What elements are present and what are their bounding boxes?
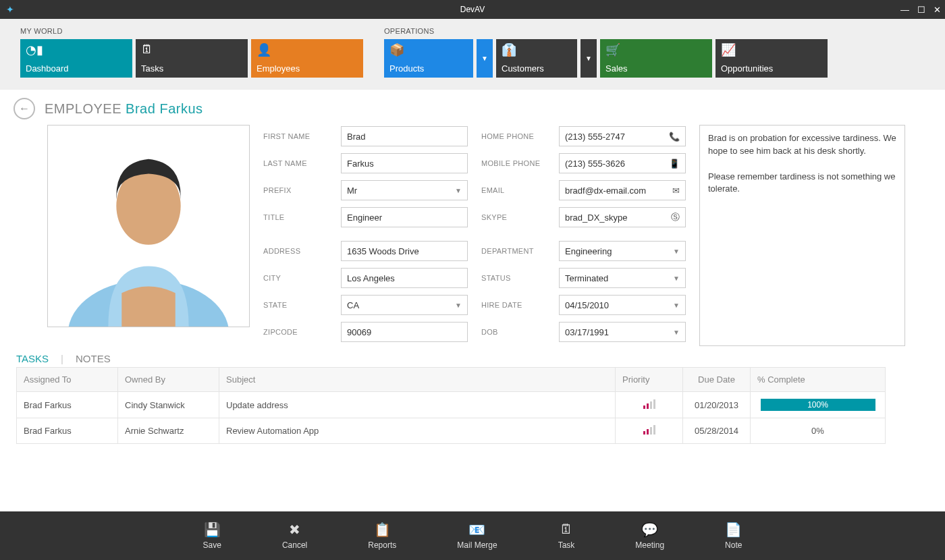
label-city: CITY [263,274,341,282]
tasks-grid: Assigned To Owned By Subject Priority Du… [16,367,886,444]
chevron-down-icon: ▼ [481,55,488,62]
tile-sales[interactable]: 🛒 Sales [600,39,712,78]
tile-opportunities[interactable]: 📈 Opportunities [716,39,828,78]
priority-icon [643,425,655,435]
cell-subject: Update address [219,392,616,418]
cell-priority [616,392,683,418]
chevron-down-icon: ▼ [673,302,680,309]
input-skype[interactable]: brad_DX_skypeⓈ [559,207,686,227]
input-city[interactable]: Los Angeles [341,268,468,288]
label-first-name: FIRST NAME [263,132,341,140]
save-icon: 💾 [204,522,221,536]
label-skype: SKYPE [481,213,559,221]
cell-assigned: Brad Farkus [17,392,118,418]
mobile-icon[interactable]: 📱 [669,159,680,169]
cell-complete: 100% [751,392,886,418]
cell-priority [616,418,683,444]
input-home-phone[interactable]: (213) 555-2747📞 [559,126,686,146]
label-title: TITLE [263,213,341,221]
tile-employees[interactable]: 👤 Employees [251,39,363,78]
content-area: ← EMPLOYEE Brad Farkus FIRST NAMEBrad LA… [0,90,945,451]
tile-dashboard[interactable]: ◔▮ Dashboard [20,39,132,78]
label-department: DEPARTMENT [481,247,559,255]
detail-tabs: TASKS | NOTES [16,353,925,364]
ribbon: MY WORLD ◔▮ Dashboard 🗓 Tasks 👤 Employee… [0,19,945,90]
employees-icon: 👤 [256,43,358,57]
app-logo-icon: ✦ [0,4,20,15]
table-row[interactable]: Brad FarkusArnie SchwartzReview Automati… [17,418,886,444]
tile-label: Employees [256,63,358,74]
cell-due: 05/28/2014 [683,418,751,444]
page-name-label: Brad Farkus [126,101,202,116]
input-zipcode[interactable]: 90069 [341,322,468,342]
input-address[interactable]: 1635 Woods Drive [341,241,468,261]
form-column-right: HOME PHONE(213) 555-2747📞 MOBILE PHONE(2… [481,125,686,346]
col-subject[interactable]: Subject [219,368,616,392]
task-button[interactable]: 🗓Task [558,522,575,550]
ribbon-group-label: MY WORLD [20,27,363,35]
cell-subject: Review Automation App [219,418,616,444]
date-hire-date[interactable]: 04/15/2010▼ [559,295,686,315]
chevron-down-icon: ▼ [673,275,680,282]
opportunities-icon: 📈 [721,43,822,57]
minimize-button[interactable]: — [900,5,909,15]
tile-products-dropdown[interactable]: ▼ [477,39,493,78]
col-complete[interactable]: % Complete [751,368,886,392]
select-state[interactable]: CA▼ [341,295,468,315]
phone-icon[interactable]: 📞 [669,132,680,142]
maximize-button[interactable]: ☐ [917,5,925,15]
select-department[interactable]: Engineering▼ [559,241,686,261]
tab-tasks[interactable]: TASKS [16,353,49,364]
input-mobile-phone[interactable]: (213) 555-3626📱 [559,153,686,173]
tile-customers[interactable]: 👔 Customers [496,39,577,78]
chevron-down-icon: ▼ [673,329,680,336]
products-icon: 📦 [389,43,468,57]
col-owned[interactable]: Owned By [118,368,219,392]
label-mobile-phone: MOBILE PHONE [481,159,559,167]
cancel-button[interactable]: ✖Cancel [282,522,307,550]
tile-tasks[interactable]: 🗓 Tasks [136,39,248,78]
date-dob[interactable]: 03/17/1991▼ [559,322,686,342]
close-button[interactable]: ✕ [934,5,941,15]
sales-icon: 🛒 [605,43,707,57]
input-last-name[interactable]: Farkus [341,153,468,173]
label-address: ADDRESS [263,247,341,255]
tile-label: Tasks [141,63,242,74]
tile-label: Products [389,63,468,74]
tasks-icon: 🗓 [141,43,242,57]
label-email: EMAIL [481,186,559,194]
meeting-button[interactable]: 💬Meeting [635,522,664,550]
tile-label: Dashboard [26,63,127,74]
input-title[interactable]: Engineer [341,207,468,227]
tab-notes[interactable]: NOTES [76,353,111,364]
mail-icon[interactable]: ✉ [672,186,680,196]
select-status[interactable]: Terminated▼ [559,268,686,288]
input-first-name[interactable]: Brad [341,126,468,146]
cell-due: 01/20/2013 [683,392,751,418]
label-hire-date: HIRE DATE [481,301,559,309]
notes-panel[interactable]: Brad is on probation for excessive tardi… [699,125,905,346]
input-email[interactable]: bradf@dx-email.com✉ [559,180,686,200]
reports-button[interactable]: 📋Reports [368,522,396,550]
table-row[interactable]: Brad FarkusCindy StanwickUpdate address0… [17,392,886,418]
note-icon: 📄 [725,522,742,536]
meeting-icon: 💬 [641,522,658,536]
chevron-down-icon: ▼ [455,302,462,309]
col-due[interactable]: Due Date [683,368,751,392]
save-button[interactable]: 💾Save [203,522,221,550]
col-priority[interactable]: Priority [616,368,683,392]
mail-merge-button[interactable]: 📧Mail Merge [457,522,497,550]
page-title: EMPLOYEE Brad Farkus [45,101,203,117]
reports-icon: 📋 [374,522,391,536]
progress-bar: 100% [761,399,875,411]
cell-owned: Cindy Stanwick [118,392,219,418]
footer-toolbar: 💾Save ✖Cancel 📋Reports 📧Mail Merge 🗓Task… [0,511,945,560]
select-prefix[interactable]: Mr▼ [341,180,468,200]
tile-products[interactable]: 📦 Products [384,39,473,78]
tile-customers-dropdown[interactable]: ▼ [580,39,597,78]
label-zipcode: ZIPCODE [263,328,341,336]
col-assigned[interactable]: Assigned To [17,368,118,392]
back-button[interactable]: ← [14,98,35,119]
note-button[interactable]: 📄Note [725,522,742,550]
skype-icon[interactable]: Ⓢ [671,211,680,223]
